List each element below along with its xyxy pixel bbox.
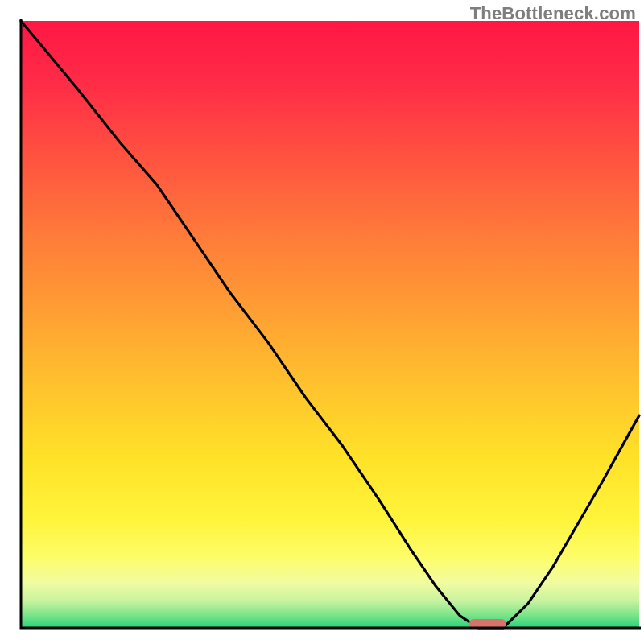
plot-area (21, 21, 639, 628)
chart-container: TheBottleneck.com (0, 0, 644, 644)
bottleneck-chart (0, 0, 644, 644)
